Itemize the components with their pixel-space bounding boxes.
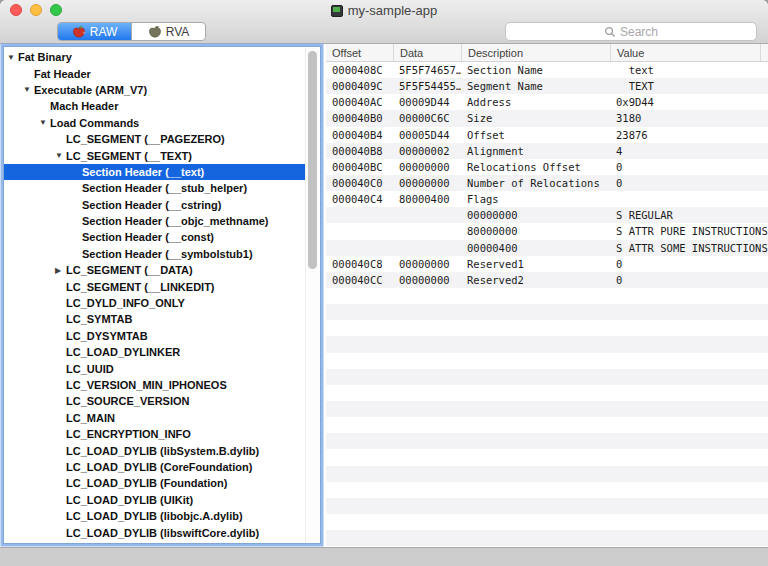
tree-item[interactable]: Section Header (__cstring) [4,197,306,213]
cell-value: 0 [610,274,768,286]
tree-item-label: LC_DYSYMTAB [66,330,148,342]
tree-item-label: Fat Header [34,68,91,80]
tree-item[interactable]: Section Header (__objc_methname) [4,213,306,229]
table-row[interactable]: 000040BC 00000000 Relocations Offset 0 [326,159,768,175]
tree-item[interactable]: LC_SOURCE_VERSION [4,393,306,409]
tree-item[interactable]: LC_LOAD_DYLIB (…) [4,541,306,543]
tree-scrollbar-thumb[interactable] [308,51,317,269]
cell-data: 00005D44 [393,129,461,141]
tree-item-label: LC_LOAD_DYLIB (libswiftCore.dylib) [66,527,259,539]
disclosure-triangle-icon[interactable]: ▶ [55,266,66,275]
column-header-value[interactable]: Value [610,44,760,61]
tree-item[interactable]: LC_LOAD_DYLIB (Foundation) [4,475,306,491]
tree-item[interactable]: LC_VERSION_MIN_IPHONEOS [4,377,306,393]
table-row[interactable] [326,304,768,320]
table-row[interactable] [326,498,768,514]
tree-item[interactable]: ▼LC_SEGMENT (__TEXT) [4,147,306,163]
cell-offset: 000040C0 [326,177,393,189]
table-row[interactable]: 000040B0 00000C6C Size 3180 [326,110,768,126]
tree-item-label: LC_SYMTAB [66,313,132,325]
tree-item-label: Section Header (__const) [82,231,214,243]
table-row[interactable] [326,449,768,465]
tree-item[interactable]: LC_LOAD_DYLIB (libswiftCore.dylib) [4,524,306,540]
segment-raw[interactable]: RAW [58,23,131,40]
table-header: Offset Data Description Value [326,44,768,62]
tree-item[interactable]: Section Header (__text) [4,164,306,180]
tree-item[interactable]: Section Header (__stub_helper) [4,180,306,196]
table-row[interactable]: 000040CC 00000000 Reserved2 0 [326,272,768,288]
tree-item[interactable]: LC_LOAD_DYLIB (UIKit) [4,492,306,508]
table-row[interactable] [326,369,768,385]
cell-offset: 000040BC [326,161,393,173]
cell-data: 00000000 [393,258,461,270]
tree-item-label: LC_SEGMENT (__TEXT) [66,150,192,162]
table-row[interactable]: 000040C0 00000000 Number of Relocations … [326,175,768,191]
tree-item[interactable]: ▶LC_SEGMENT (__DATA) [4,262,306,278]
tree-item[interactable]: LC_SEGMENT (__PAGEZERO) [4,131,306,147]
table-row[interactable]: 00000000 S_REGULAR [326,207,768,223]
cell-value: 0 [610,177,768,189]
cell-value: 0 [610,258,768,270]
tree-item[interactable]: LC_LOAD_DYLIB (libobjc.A.dylib) [4,508,306,524]
cell-description: Reserved1 [461,258,610,270]
table-row[interactable] [326,288,768,304]
table-row[interactable]: 0000409C 5F5F54455… Segment Name __TEXT [326,78,768,94]
table-row[interactable]: 000040C4 80000400 Flags [326,191,768,207]
column-header-offset[interactable]: Offset [326,44,393,61]
raw-rva-segmented-control: RAW RVA [57,22,206,41]
table-row[interactable] [326,401,768,417]
tree-item[interactable]: LC_LOAD_DYLIB (CoreFoundation) [4,459,306,475]
tree-item[interactable]: ▼Executable (ARM_V7) [4,82,306,98]
table-row[interactable]: 000040B4 00005D44 Offset 23876 [326,127,768,143]
tree-item[interactable]: LC_ENCRYPTION_INFO [4,426,306,442]
table-row[interactable] [326,320,768,336]
table-row[interactable]: 00000400 S_ATTR_SOME_INSTRUCTIONS [326,240,768,256]
table-row[interactable] [326,353,768,369]
tree-item[interactable]: LC_LOAD_DYLINKER [4,344,306,360]
disclosure-triangle-icon[interactable]: ▼ [55,151,66,160]
table-row[interactable]: 000040C8 00000000 Reserved1 0 [326,256,768,272]
cell-value: 23876 [610,129,768,141]
tree-item[interactable]: LC_MAIN [4,410,306,426]
disclosure-triangle-icon[interactable]: ▼ [23,85,34,94]
tree-item-label: Load Commands [50,117,139,129]
tree-item[interactable]: ▼Fat Binary [4,49,306,65]
tree-scrollbar[interactable] [305,48,319,542]
tree-item[interactable]: LC_SEGMENT (__LINKEDIT) [4,278,306,294]
cell-value: S_REGULAR [610,209,768,221]
tree-item[interactable]: Fat Header [4,65,306,81]
tree-item-label: LC_LOAD_DYLIB (libobjc.A.dylib) [66,510,243,522]
table-row[interactable] [326,385,768,401]
column-header-description[interactable]: Description [461,44,610,61]
tree-item[interactable]: Section Header (__const) [4,229,306,245]
tree-item[interactable]: Mach Header [4,98,306,114]
tree-item[interactable]: Section Header (__symbolstub1) [4,246,306,262]
table-row[interactable] [326,466,768,482]
table-row[interactable]: 000040AC 00009D44 Address 0x9D44 [326,94,768,110]
cell-data: 00009D44 [393,96,461,108]
table-row[interactable] [326,433,768,449]
disclosure-triangle-icon[interactable]: ▼ [39,118,50,127]
toolbar: RAW RVA Search [0,21,768,44]
table-row[interactable] [326,336,768,352]
table-row[interactable] [326,530,768,546]
table-row[interactable]: 0000408C 5F5F74657… Section Name __text [326,62,768,78]
bottom-bar [0,547,768,566]
column-header-data[interactable]: Data [393,44,461,61]
search-input[interactable]: Search [505,22,757,41]
cell-offset: 000040C4 [326,193,393,205]
table-row[interactable] [326,482,768,498]
segment-rva[interactable]: RVA [131,23,205,40]
tree-item[interactable]: LC_DYLD_INFO_ONLY [4,295,306,311]
table-row[interactable]: 000040B8 00000002 Alignment 4 [326,143,768,159]
table-row[interactable]: 80000000 S_ATTR_PURE_INSTRUCTIONS [326,223,768,239]
tree-item[interactable]: ▼Load Commands [4,115,306,131]
disclosure-triangle-icon[interactable]: ▼ [7,53,18,62]
tree-item[interactable]: LC_SYMTAB [4,311,306,327]
cell-value: __TEXT [610,80,768,92]
tree-item[interactable]: LC_DYSYMTAB [4,328,306,344]
table-row[interactable] [326,417,768,433]
tree-item[interactable]: LC_UUID [4,360,306,376]
tree-item[interactable]: LC_LOAD_DYLIB (libSystem.B.dylib) [4,442,306,458]
table-row[interactable] [326,514,768,530]
